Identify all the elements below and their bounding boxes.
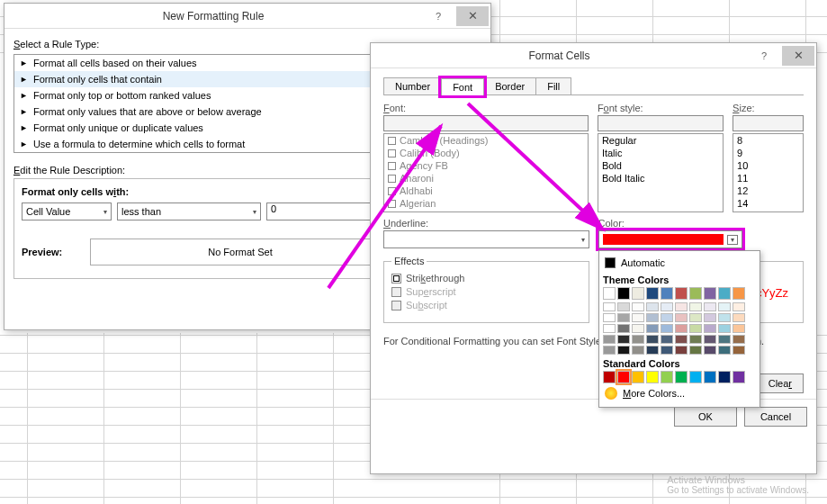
- help-button[interactable]: ?: [422, 6, 454, 26]
- color-swatch[interactable]: [632, 371, 644, 383]
- color-swatch[interactable]: [733, 324, 745, 333]
- color-swatch[interactable]: [632, 287, 644, 300]
- color-swatch[interactable]: [603, 302, 616, 311]
- color-swatch[interactable]: [675, 313, 688, 322]
- color-swatch[interactable]: [661, 313, 673, 322]
- size-input[interactable]: [733, 115, 804, 131]
- list-item[interactable]: 14: [733, 197, 803, 210]
- list-item[interactable]: 11: [733, 172, 803, 184]
- close-button[interactable]: ✕: [782, 46, 814, 66]
- color-swatch[interactable]: [689, 346, 702, 355]
- color-swatch[interactable]: [646, 324, 659, 333]
- color-swatch[interactable]: [689, 371, 702, 383]
- strikethrough-checkbox[interactable]: Strikethrough: [391, 273, 581, 284]
- color-swatch[interactable]: [675, 302, 688, 311]
- font-style-input[interactable]: [598, 115, 724, 131]
- color-swatch[interactable]: [704, 302, 716, 311]
- tab-number[interactable]: Number: [383, 77, 442, 94]
- color-swatch[interactable]: [704, 346, 716, 355]
- color-swatch[interactable]: [632, 346, 644, 355]
- color-swatch[interactable]: [646, 287, 659, 300]
- color-swatch[interactable]: [733, 287, 745, 300]
- color-swatch[interactable]: [704, 371, 716, 383]
- color-swatch[interactable]: [661, 302, 673, 311]
- list-item[interactable]: Algerian: [384, 197, 588, 210]
- cancel-button[interactable]: Cancel: [744, 407, 807, 427]
- underline-dropdown[interactable]: ▾: [383, 230, 589, 248]
- color-swatch[interactable]: [704, 324, 716, 333]
- color-swatch[interactable]: [704, 313, 716, 322]
- tab-border[interactable]: Border: [483, 77, 536, 94]
- color-swatch[interactable]: [617, 324, 630, 333]
- list-item[interactable]: 9: [733, 147, 803, 159]
- color-swatch[interactable]: [675, 287, 688, 300]
- list-item[interactable]: Cambria (Headings): [384, 134, 588, 147]
- list-item[interactable]: Bold Italic: [598, 172, 723, 184]
- color-swatch[interactable]: [603, 371, 616, 383]
- color-swatch[interactable]: [718, 313, 731, 322]
- color-swatch[interactable]: [617, 346, 630, 355]
- color-swatch[interactable]: [661, 324, 673, 333]
- color-swatch[interactable]: [661, 287, 673, 300]
- list-item[interactable]: Calibri (Body): [384, 147, 588, 159]
- list-item[interactable]: Bold: [598, 159, 723, 172]
- color-swatch[interactable]: [733, 302, 745, 311]
- color-swatch[interactable]: [646, 346, 659, 355]
- color-swatch[interactable]: [661, 335, 673, 344]
- color-swatch[interactable]: [617, 302, 630, 311]
- color-swatch[interactable]: [617, 287, 630, 300]
- font-input[interactable]: [383, 115, 589, 131]
- tab-font[interactable]: Font: [441, 78, 484, 95]
- color-swatch[interactable]: [646, 302, 659, 311]
- list-item[interactable]: Agency FB: [384, 159, 588, 172]
- color-swatch[interactable]: [632, 302, 644, 311]
- color-swatch[interactable]: [603, 313, 616, 322]
- list-item[interactable]: Regular: [598, 134, 723, 147]
- color-swatch[interactable]: [704, 287, 716, 300]
- color-swatch[interactable]: [632, 335, 644, 344]
- color-swatch[interactable]: [718, 335, 731, 344]
- color-swatch[interactable]: [632, 324, 644, 333]
- color-swatch[interactable]: [646, 335, 659, 344]
- clear-button[interactable]: Clear: [757, 374, 804, 393]
- color-swatch[interactable]: [675, 371, 688, 383]
- list-item[interactable]: Aldhabi: [384, 184, 588, 197]
- color-swatch[interactable]: [689, 313, 702, 322]
- color-swatch[interactable]: [646, 371, 659, 383]
- color-swatch[interactable]: [617, 313, 630, 322]
- more-colors[interactable]: More Colors...: [603, 383, 756, 403]
- color-swatch[interactable]: [733, 335, 745, 344]
- criteria-2-dropdown[interactable]: less than▾: [117, 202, 261, 220]
- color-swatch[interactable]: [689, 324, 702, 333]
- list-item[interactable]: 10: [733, 159, 803, 172]
- list-item[interactable]: Italic: [598, 147, 723, 159]
- color-swatch[interactable]: [718, 302, 731, 311]
- color-swatch[interactable]: [675, 324, 688, 333]
- list-item[interactable]: Aharoni: [384, 172, 588, 184]
- color-swatch[interactable]: [603, 287, 616, 300]
- color-swatch[interactable]: [675, 346, 688, 355]
- automatic-color[interactable]: Automatic: [603, 255, 756, 271]
- help-button[interactable]: ?: [748, 46, 780, 66]
- tab-fill[interactable]: Fill: [535, 77, 571, 94]
- size-list[interactable]: 8 9 10 11 12 14: [733, 133, 804, 212]
- color-swatch[interactable]: [603, 346, 616, 355]
- color-swatch[interactable]: [603, 335, 616, 344]
- color-swatch[interactable]: [718, 287, 731, 300]
- list-item[interactable]: 12: [733, 184, 803, 197]
- color-swatch[interactable]: [632, 313, 644, 322]
- color-swatch[interactable]: [661, 371, 673, 383]
- color-swatch[interactable]: [718, 371, 731, 383]
- font-list[interactable]: Cambria (Headings) Calibri (Body) Agency…: [383, 133, 589, 212]
- list-item[interactable]: 8: [733, 134, 803, 147]
- color-swatch[interactable]: [704, 335, 716, 344]
- font-style-list[interactable]: Regular Italic Bold Bold Italic: [598, 133, 724, 212]
- color-swatch[interactable]: [661, 346, 673, 355]
- color-swatch[interactable]: [689, 302, 702, 311]
- color-swatch[interactable]: [733, 313, 745, 322]
- color-swatch[interactable]: [689, 335, 702, 344]
- criteria-1-dropdown[interactable]: Cell Value▾: [22, 202, 112, 220]
- close-button[interactable]: ✕: [456, 6, 489, 26]
- color-swatch[interactable]: [733, 346, 745, 355]
- color-swatch[interactable]: [718, 346, 731, 355]
